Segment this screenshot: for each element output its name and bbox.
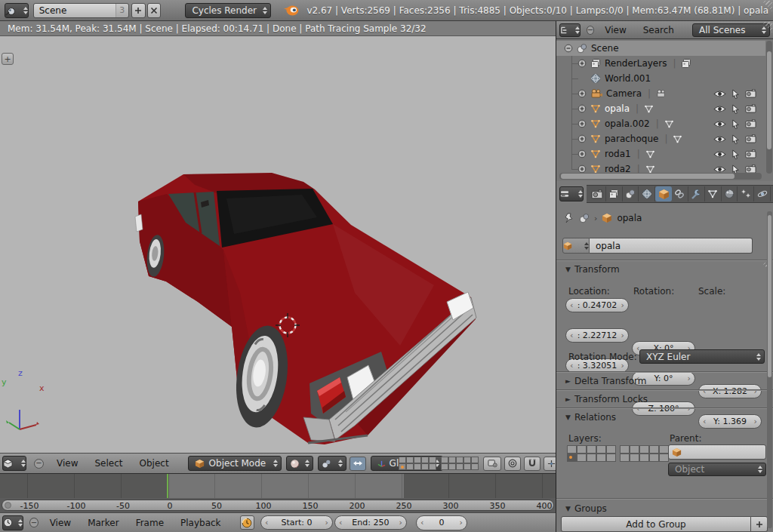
plus-icon[interactable] (577, 89, 587, 98)
mesh-data-icon[interactable] (645, 149, 655, 159)
properties-tab-material[interactable] (722, 186, 738, 201)
frame-end-field[interactable]: End: 250 (334, 515, 407, 530)
toggle-selectable-icon[interactable] (731, 104, 740, 114)
scale-y-field[interactable]: Y: 1.369 (698, 414, 762, 429)
properties-tab-modifiers[interactable] (688, 186, 705, 201)
layer-cell[interactable] (596, 454, 606, 462)
collapse-menus-button-timeline[interactable]: − (29, 518, 38, 527)
toggle-selectable-icon[interactable] (731, 119, 740, 129)
panel-header-delta-transform[interactable]: ►Delta Transform (565, 376, 647, 386)
toggle-selectable-icon[interactable] (731, 134, 740, 144)
layer-cell[interactable] (441, 457, 448, 463)
plus-icon[interactable] (577, 59, 587, 68)
panel-header-groups[interactable]: ▼Groups (565, 503, 607, 514)
layer-cell[interactable] (471, 457, 479, 463)
parent-type-dropdown[interactable]: Object (668, 463, 766, 476)
toggle-visible-icon[interactable] (713, 105, 726, 113)
layer-cell[interactable] (587, 445, 596, 454)
toggle-renderable-icon[interactable] (745, 119, 756, 128)
outliner-item-parachoque[interactable]: parachoque (556, 131, 765, 146)
editor-type-selector-3dview[interactable] (2, 456, 26, 471)
layer-cell[interactable] (448, 457, 456, 463)
outliner-item-scene[interactable]: Scene (556, 41, 765, 56)
properties-tab-constraints[interactable] (672, 186, 688, 201)
layers-grid-2[interactable] (441, 457, 479, 470)
toggle-renderable-icon[interactable] (745, 104, 756, 113)
outliner-item-label[interactable]: opala.002 (605, 118, 650, 129)
renderlayers-icon[interactable] (681, 58, 691, 69)
frame-start-field[interactable]: Start: 0 (260, 515, 333, 530)
outliner-item-renderlayers[interactable]: RenderLayers (556, 56, 765, 71)
delete-scene-button[interactable] (147, 3, 162, 18)
layer-cell[interactable] (429, 463, 436, 470)
car-model[interactable] (135, 173, 476, 444)
toggle-renderable-icon[interactable] (745, 149, 756, 158)
layer-cell[interactable] (577, 445, 587, 454)
outliner-horizontal-scrollbar[interactable] (559, 173, 762, 180)
layer-cell[interactable] (471, 463, 479, 470)
toggle-selectable-icon[interactable] (731, 149, 740, 159)
layer-cell[interactable] (649, 454, 659, 462)
toggle-renderable-icon[interactable] (745, 89, 756, 98)
layer-cell[interactable] (567, 445, 577, 454)
pin-icon[interactable] (564, 213, 574, 223)
outliner-item-camera[interactable]: Camera (556, 86, 765, 101)
layer-cell[interactable] (421, 457, 429, 463)
scale-x-field[interactable]: X: 1.282 (698, 384, 762, 398)
layer-cell[interactable] (399, 457, 406, 463)
layer-cell[interactable] (441, 463, 448, 470)
current-frame-playhead[interactable] (167, 474, 168, 499)
toggle-selectable-icon[interactable] (731, 89, 740, 99)
toggle-renderable-icon[interactable] (745, 134, 756, 143)
plus-icon[interactable] (577, 149, 587, 158)
editor-type-selector-info[interactable] (5, 3, 29, 18)
layer-cell[interactable] (620, 445, 630, 454)
layer-cell[interactable] (463, 463, 471, 470)
properties-tab-object-data[interactable] (705, 186, 722, 201)
timeline-scrollbar-bar[interactable]: -150-100-50050100150200250300350400 (2, 500, 554, 511)
collapsed-panel-plus-tab[interactable]: + (2, 53, 14, 65)
outliner-item-label[interactable]: parachoque (605, 134, 658, 144)
properties-vertical-scrollbar[interactable] (767, 211, 772, 528)
properties-tab-scene[interactable] (623, 186, 639, 201)
object-name-input[interactable]: opala (590, 238, 753, 254)
layer-cell[interactable] (649, 445, 659, 454)
menu-object[interactable]: Object (140, 458, 169, 469)
layer-cell[interactable] (414, 457, 421, 463)
editor-type-selector-properties[interactable] (559, 186, 584, 201)
collapse-menus-button[interactable]: − (34, 459, 44, 469)
layer-cell[interactable] (414, 463, 421, 470)
toggle-visible-icon[interactable] (713, 165, 726, 174)
properties-tab-render-layers[interactable] (606, 186, 623, 201)
location-y-field[interactable]: : 2.22712 (565, 328, 629, 343)
outliner-item-label[interactable]: opala (605, 103, 630, 114)
editor-type-selector-timeline[interactable] (2, 515, 23, 530)
object-cube-icon[interactable] (602, 213, 612, 223)
menu-playback[interactable]: Playback (180, 518, 221, 528)
scene-users-count[interactable]: 3 (115, 4, 128, 17)
toggle-visible-icon[interactable] (713, 135, 726, 143)
mesh-data-icon[interactable] (664, 119, 674, 129)
outliner-item-label[interactable]: RenderLayers (605, 58, 667, 69)
timeline-scrollbar[interactable]: -150-100-50050100150200250300350400 (0, 498, 556, 512)
mode-dropdown[interactable]: Object Mode (188, 456, 282, 471)
outliner-item-opala[interactable]: opala (556, 101, 765, 116)
add-to-group-button[interactable]: Add to Group (561, 516, 751, 532)
layer-cell[interactable] (639, 445, 649, 454)
layer-cell[interactable] (577, 454, 587, 462)
layer-cell[interactable] (620, 454, 630, 462)
layer-cell[interactable] (587, 454, 596, 462)
location-x-field[interactable]: : 0.24702 (565, 298, 629, 312)
properties-tab-world[interactable] (639, 186, 655, 201)
properties-tab-physics[interactable] (754, 186, 771, 201)
camera-data-icon[interactable] (656, 89, 667, 98)
relations-layers-grid-1[interactable] (567, 445, 616, 462)
mesh-data-icon[interactable] (673, 134, 682, 144)
scene-name-field[interactable]: Scene 3 (33, 3, 129, 18)
layer-cell[interactable] (421, 463, 429, 470)
layer-cell[interactable] (630, 454, 639, 462)
plus-icon[interactable] (577, 134, 587, 143)
snap-toggle-button[interactable] (524, 457, 540, 471)
layer-cell[interactable] (429, 457, 436, 463)
plus-icon[interactable] (577, 119, 587, 128)
